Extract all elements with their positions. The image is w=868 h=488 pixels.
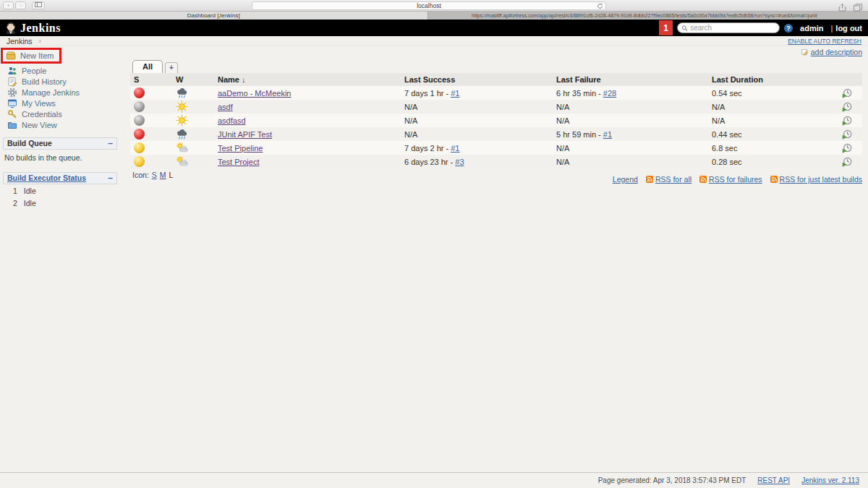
job-row: asdfasd N/A N/A N/A: [130, 114, 862, 127]
status-ball-icon[interactable]: [134, 129, 145, 140]
jobs-table: S W Name ↓ Last Success Last Failure Las…: [130, 73, 862, 168]
legend-link[interactable]: Legend: [613, 175, 638, 184]
header-separator: |: [830, 24, 833, 33]
build-link[interactable]: #3: [455, 158, 464, 166]
table-footer-links: Legend RSS for all RSS for failures RSS …: [613, 175, 862, 184]
schedule-build-icon[interactable]: [842, 116, 852, 126]
status-ball-icon[interactable]: [134, 156, 145, 167]
column-header-last-success[interactable]: Last Success: [401, 73, 553, 86]
jenkins-version-link[interactable]: Jenkins ver. 2.113: [801, 476, 859, 484]
schedule-build-icon[interactable]: [842, 129, 852, 140]
sidebar-item-new-view[interactable]: New View: [0, 119, 122, 130]
job-link[interactable]: asdf: [218, 103, 233, 111]
schedule-build-icon[interactable]: [842, 157, 852, 167]
weather-icon: [176, 101, 188, 110]
build-link[interactable]: #28: [603, 89, 616, 98]
logout-link[interactable]: log out: [835, 24, 862, 33]
status-ball-icon[interactable]: [134, 115, 145, 126]
job-link[interactable]: Test Pipeline: [218, 144, 263, 153]
build-history-icon: [7, 77, 17, 87]
weather-icon: [176, 87, 188, 96]
job-link[interactable]: aaDemo - McMeekin: [218, 89, 291, 98]
job-link[interactable]: Test Project: [218, 158, 259, 166]
last-success-value: N/A: [404, 116, 417, 125]
job-link[interactable]: JUnit APIF Test: [218, 130, 272, 139]
build-link[interactable]: #1: [451, 144, 459, 153]
collapse-icon[interactable]: –: [108, 140, 113, 146]
rss-for-failures-link[interactable]: RSS for failures: [699, 175, 762, 184]
main-panel: add description All + S W Name ↓ Last Su…: [130, 48, 862, 187]
rss-for-latest-link[interactable]: RSS for just latest builds: [770, 175, 862, 184]
last-success-value: 7 days 2 hr -: [404, 144, 451, 153]
build-queue-title: Build Queue: [7, 139, 52, 147]
schedule-build-icon[interactable]: [842, 88, 852, 98]
edit-icon: [801, 48, 809, 56]
sidebar-item-credentials[interactable]: Credentials: [0, 108, 122, 119]
weather-icon: [176, 156, 188, 165]
status-ball-icon[interactable]: [134, 87, 145, 98]
column-header-status[interactable]: S: [130, 73, 172, 86]
new-view-tab-button[interactable]: +: [165, 62, 178, 73]
column-header-last-duration[interactable]: Last Duration: [708, 73, 831, 86]
job-link[interactable]: asdfasd: [218, 116, 246, 125]
search-input[interactable]: [690, 24, 775, 32]
column-header-name[interactable]: Name ↓: [214, 73, 401, 86]
weather-icon: [176, 142, 188, 151]
tab-all[interactable]: All: [132, 60, 163, 73]
executor-status-header[interactable]: Build Executor Status –: [3, 172, 117, 184]
browser-tab-inactive[interactable]: https://mastiff.apifortress.com/app/api/…: [428, 12, 868, 20]
enable-auto-refresh-link[interactable]: ENABLE AUTO REFRESH: [788, 38, 861, 45]
schedule-build-icon[interactable]: [842, 143, 852, 153]
last-duration-value: 6.8 sec: [708, 141, 831, 155]
rest-api-link[interactable]: REST API: [757, 476, 790, 484]
build-queue-header[interactable]: Build Queue –: [3, 137, 117, 150]
last-success-value: 6 days 23 hr -: [404, 158, 455, 166]
jenkins-home-link[interactable]: Jenkins: [4, 21, 61, 35]
status-ball-icon[interactable]: [134, 101, 145, 112]
build-link[interactable]: #1: [603, 130, 612, 139]
search-box[interactable]: [677, 22, 780, 33]
user-link[interactable]: admin: [800, 24, 823, 33]
browser-back-button[interactable]: ‹: [3, 1, 14, 9]
sidebar-item-manage-jenkins[interactable]: Manage Jenkins: [0, 87, 122, 98]
search-icon: [681, 25, 688, 32]
icon-size-medium-link[interactable]: M: [160, 171, 166, 179]
browser-tab-active[interactable]: Dashboard [Jenkins]: [0, 12, 428, 20]
collapse-icon[interactable]: –: [108, 175, 113, 181]
sidebar-item-build-history[interactable]: Build History: [0, 76, 122, 87]
schedule-build-icon[interactable]: [842, 102, 852, 112]
address-bar[interactable]: localhost: [252, 1, 606, 10]
last-failure-value: N/A: [556, 158, 569, 166]
weather-icon: [176, 115, 188, 124]
column-header-weather[interactable]: W: [172, 73, 214, 86]
sidebar-item-people[interactable]: People: [0, 65, 122, 76]
icon-size-small-link[interactable]: S: [152, 171, 157, 179]
last-success-value: N/A: [404, 130, 417, 139]
browser-forward-button[interactable]: ›: [15, 1, 26, 9]
status-ball-icon[interactable]: [134, 142, 145, 153]
search-help-icon[interactable]: ?: [784, 24, 793, 33]
reload-icon[interactable]: [597, 3, 603, 11]
rss-icon: [770, 176, 778, 183]
page-footer: Page generated: Apr 3, 2018 3:57:43 PM E…: [0, 472, 868, 488]
last-success-value: 7 days 1 hr -: [404, 89, 451, 98]
jobs-table-header-row: S W Name ↓ Last Success Last Failure Las…: [130, 73, 862, 86]
build-link[interactable]: #1: [451, 89, 459, 98]
job-row: aaDemo - McMeekin 7 days 1 hr - #1 6 hr …: [130, 86, 862, 100]
executor-row: 2 Idle: [3, 197, 117, 209]
alert-badge[interactable]: 1: [659, 20, 673, 35]
executor-state: Idle: [24, 187, 36, 195]
sidebar-item-my-views[interactable]: My Views: [0, 98, 122, 108]
legend-label: Legend: [613, 175, 638, 184]
add-description-link[interactable]: add description: [801, 48, 862, 56]
rss-for-all-link[interactable]: RSS for all: [646, 175, 692, 184]
job-row: Test Project 6 days 23 hr - #3 N/A 0.28 …: [130, 155, 862, 168]
column-header-last-failure[interactable]: Last Failure: [553, 73, 708, 86]
sidebar-item-new-item[interactable]: New Item: [6, 51, 54, 61]
browser-sidebar-button[interactable]: [32, 1, 45, 9]
rss-for-all-label: RSS for all: [655, 175, 692, 184]
job-row: JUnit APIF Test N/A 5 hr 59 min - #1 0.4…: [130, 127, 862, 141]
sidebar: New Item People Build History Manage Jen…: [0, 48, 122, 209]
icon-size-label: Icon:: [132, 171, 149, 179]
breadcrumb-root-link[interactable]: Jenkins: [7, 37, 33, 46]
